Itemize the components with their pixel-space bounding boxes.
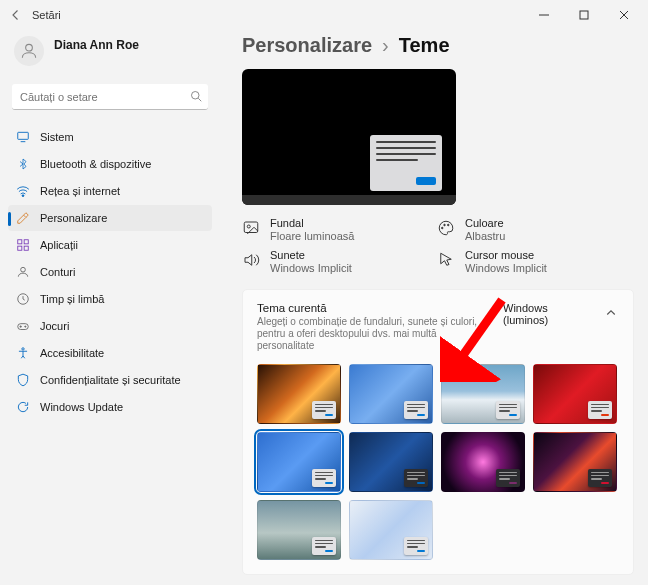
tile-preview-window [312,469,336,487]
gaming-icon [16,319,30,333]
preview-window [370,135,442,191]
sidebar-item-gaming[interactable]: Jocuri [8,313,212,339]
card-title: Tema curentă [257,302,495,314]
sidebar-item-accounts[interactable]: Conturi [8,259,212,285]
svg-rect-14 [18,324,29,330]
breadcrumb-parent[interactable]: Personalizare [242,34,372,57]
breadcrumb-leaf: Teme [399,34,450,57]
theme-properties: FundalFloare luminoasă CuloareAlbastru S… [242,217,622,275]
prop-value: Albastru [465,230,505,243]
svg-rect-5 [18,132,29,139]
prop-cursor[interactable]: Cursor mouseWindows Implicit [437,249,602,275]
main-area: Personalizare › Teme FundalFloare lumino… [220,30,648,585]
sidebar-item-label: Bluetooth & dispozitive [40,158,151,170]
prop-value: Windows Implicit [465,262,547,275]
sidebar-item-label: Timp și limbă [40,293,104,305]
svg-point-2 [26,44,33,51]
personalize-icon [16,211,30,225]
chevron-up-icon [605,307,619,321]
close-button[interactable] [604,0,644,30]
sidebar-item-system[interactable]: Sistem [8,124,212,150]
sidebar-item-bluetooth[interactable]: Bluetooth & dispozitive [8,151,212,177]
prop-label: Culoare [465,217,505,230]
svg-rect-9 [24,240,28,244]
search-icon [190,90,202,104]
svg-rect-10 [18,246,22,250]
theme-tile-windows-light[interactable] [257,432,341,492]
svg-point-15 [25,326,26,327]
theme-tile-landscape[interactable] [257,500,341,560]
prop-value: Floare luminoasă [270,230,354,243]
tile-preview-window [404,469,428,487]
sidebar-item-label: Personalizare [40,212,107,224]
sidebar-item-personalize[interactable]: Personalizare [8,205,212,231]
prop-label: Fundal [270,217,354,230]
minimize-button[interactable] [524,0,564,30]
avatar-icon [14,36,44,66]
time-icon [16,292,30,306]
theme-tile-bloom-blue[interactable] [349,364,433,424]
theme-tile-santa-red[interactable] [533,364,617,424]
theme-preview [242,69,456,205]
back-button[interactable] [4,3,28,27]
svg-point-12 [21,267,26,272]
system-icon [16,130,30,144]
prop-background[interactable]: FundalFloare luminoasă [242,217,407,243]
svg-rect-1 [580,11,588,19]
theme-tile-windows-dark[interactable] [349,432,433,492]
sidebar-item-time[interactable]: Timp și limbă [8,286,212,312]
picture-icon [242,219,260,237]
sidebar-item-label: Jocuri [40,320,69,332]
theme-grid [257,364,619,560]
theme-tile-glow[interactable] [441,432,525,492]
svg-point-19 [442,227,444,229]
window-controls [524,0,644,30]
chevron-right-icon: › [382,34,389,57]
sidebar-item-network[interactable]: Rețea și internet [8,178,212,204]
current-theme-toggle[interactable]: Windows (luminos) [503,302,619,326]
svg-point-18 [247,225,250,228]
sidebar-item-label: Conturi [40,266,75,278]
bluetooth-icon [16,157,30,171]
sidebar-item-label: Confidențialitate și securitate [40,374,181,386]
sidebar-item-accessibility[interactable]: Accesibilitate [8,340,212,366]
sidebar-item-label: Rețea și internet [40,185,120,197]
preview-taskbar [242,195,456,205]
nav-list: SistemBluetooth & dispozitiveRețea și in… [8,124,212,420]
tile-preview-window [588,401,612,419]
tile-preview-window [588,469,612,487]
tile-preview-window [496,469,520,487]
sidebar-item-apps[interactable]: Aplicații [8,232,212,258]
svg-point-16 [22,348,24,350]
privacy-icon [16,373,30,387]
tile-preview-window [496,401,520,419]
theme-tile-captured[interactable] [533,432,617,492]
prop-color[interactable]: CuloareAlbastru [437,217,602,243]
search-input[interactable] [12,84,208,110]
network-icon [16,184,30,198]
prop-sounds[interactable]: SuneteWindows Implicit [242,249,407,275]
prop-value: Windows Implicit [270,262,352,275]
app-title: Setări [32,9,61,21]
maximize-button[interactable] [564,0,604,30]
update-icon [16,400,30,414]
palette-icon [437,219,455,237]
sidebar-item-update[interactable]: Windows Update [8,394,212,420]
svg-rect-11 [24,246,28,250]
tile-preview-window [404,401,428,419]
theme-tile-winter[interactable] [441,364,525,424]
accounts-icon [16,265,30,279]
tile-preview-window [404,537,428,555]
title-bar: Setări [0,0,648,30]
svg-point-20 [444,224,446,226]
profile-subtitle [54,52,139,64]
current-theme-card: Tema curentă Alegeți o combinație de fun… [242,289,634,575]
theme-tile-fireplace[interactable] [257,364,341,424]
card-subtitle: Alegeți o combinație de fundaluri, sunet… [257,316,495,352]
sidebar-item-privacy[interactable]: Confidențialitate și securitate [8,367,212,393]
svg-rect-8 [18,240,22,244]
apps-icon [16,238,30,252]
prop-label: Sunete [270,249,352,262]
profile-block[interactable]: Diana Ann Roe [8,34,212,74]
theme-tile-flow[interactable] [349,500,433,560]
